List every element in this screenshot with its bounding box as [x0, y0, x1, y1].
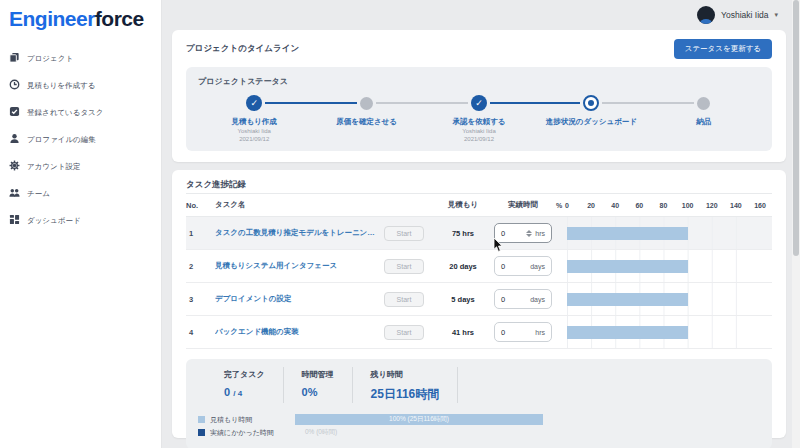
step-done-icon: ✓ — [246, 95, 262, 111]
col-name: タスク名 — [215, 200, 377, 210]
actual-days-input[interactable]: 0 days — [494, 289, 552, 309]
table-row: 4 バックエンド機能の実装 Start 41 hrs 0 hrs — [186, 316, 772, 349]
scrollbar-thumb[interactable] — [793, 0, 799, 256]
estimate-bar-label: 100% (25日116時間) — [389, 415, 449, 424]
sidebar-item-label: チーム — [27, 189, 50, 199]
step-label: 進捗状況のダッシュボード — [546, 117, 637, 127]
axis-unit: % — [556, 202, 562, 209]
row-number: 4 — [186, 328, 208, 337]
estimate-total-bar-track: 100% (25日116時間) — [295, 414, 543, 425]
task-name-link[interactable]: デプロイメントの設定 — [215, 294, 377, 304]
stat-label: 時間管理 — [302, 369, 334, 380]
step-assignee: Yoshiaki Iida — [237, 127, 270, 135]
axis-tick: 120 — [706, 202, 718, 209]
spinner-arrows[interactable] — [526, 230, 532, 237]
step-current-icon — [583, 95, 599, 111]
step-assignee: Yoshiaki Iida — [462, 127, 495, 135]
stat-time-management: 時間管理 0% — [284, 367, 353, 403]
step-pending-icon — [697, 97, 710, 110]
chevron-down-icon: ▾ — [774, 11, 778, 19]
sidebar-item-label: 登録されているタスク — [27, 108, 103, 118]
axis-tick: 60 — [635, 202, 643, 209]
actual-unit: days — [530, 296, 545, 303]
summary-panel: 完了タスク 0 / 4 時間管理 0% 残り時間 25日116時間 — [186, 359, 772, 448]
start-button[interactable]: Start — [384, 325, 424, 340]
table-row: 1 タスクの工数見積り推定モデルをトレーニングする Start 75 hrs 0… — [186, 217, 772, 250]
task-name-link[interactable]: 見積もりシステム用インタフェース — [215, 261, 377, 271]
logo-text-engineer: Engineer — [9, 7, 95, 30]
col-estimate: 見積もり — [439, 200, 487, 210]
table-header: No. タスク名 見積もり 実績時間 % 0 20 40 60 80 100 1… — [186, 193, 772, 217]
actual-unit: hrs — [535, 329, 545, 336]
actual-unit: hrs — [535, 230, 545, 237]
user-menu[interactable]: Yoshiaki Iida ▾ — [697, 6, 778, 24]
estimate-bar — [567, 227, 688, 240]
step-fix-cost: 原価を確定させる — [310, 94, 422, 143]
stat-label: 残り時間 — [371, 369, 440, 380]
start-button[interactable]: Start — [384, 259, 424, 274]
estimate-bar — [567, 293, 688, 306]
step-date: 2021/09/12 — [239, 135, 269, 143]
table-row: 3 デプロイメントの設定 Start 5 days 0 days — [186, 283, 772, 316]
task-table: No. タスク名 見積もり 実績時間 % 0 20 40 60 80 100 1… — [186, 193, 772, 448]
estimate-value: 41 hrs — [439, 328, 487, 337]
axis-tick: 160 — [754, 202, 766, 209]
actual-bar-label: 0% (0時間) — [305, 428, 337, 437]
step-estimate-created: ✓ 見積もり作成 Yoshiaki Iida 2021/09/12 — [198, 94, 310, 143]
actual-value: 0 — [501, 229, 523, 238]
sidebar-item-create-estimate[interactable]: 見積もりを作成する — [0, 72, 161, 99]
actual-hours-input[interactable]: 0 hrs — [494, 322, 552, 342]
task-name-link[interactable]: バックエンド機能の実装 — [215, 327, 377, 337]
dashboard-icon — [9, 214, 20, 227]
start-button[interactable]: Start — [384, 226, 424, 241]
step-pending-icon — [360, 97, 373, 110]
axis-tick: 0 — [565, 202, 569, 209]
stat-value: 25日116時間 — [371, 386, 440, 403]
estimate-bar — [567, 326, 688, 339]
user-name: Yoshiaki Iida — [721, 10, 768, 20]
sidebar-item-label: アカウント設定 — [27, 162, 80, 172]
estimate-legend-swatch — [198, 416, 205, 423]
legend-label: 見積もり時間 — [210, 415, 295, 425]
sidebar-item-dashboard[interactable]: ダッシュボード — [0, 207, 161, 234]
app-logo[interactable]: Engineerforce — [0, 0, 161, 45]
actual-hours-input[interactable]: 0 hrs — [494, 223, 552, 243]
estimate-value: 75 hrs — [439, 229, 487, 238]
sidebar-item-registered-tasks[interactable]: 登録されているタスク — [0, 99, 161, 126]
project-status-panel: プロジェクトステータス ✓ 見積もり作成 Yoshiaki Iida 2021/… — [186, 67, 772, 151]
step-label: 納品 — [696, 117, 711, 127]
table-row: 2 見積もりシステム用インタフェース Start 20 days 0 days — [186, 250, 772, 283]
task-progress-card: タスク進捗記録 No. タスク名 見積もり 実績時間 % 0 20 40 60 … — [172, 170, 786, 438]
row-number: 3 — [186, 295, 208, 304]
row-number: 2 — [186, 262, 208, 271]
step-done-icon: ✓ — [471, 95, 487, 111]
task-card-title: タスク進捗記録 — [186, 179, 246, 191]
task-name-link[interactable]: タスクの工数見積り推定モデルをトレーニングする — [215, 228, 377, 238]
legend-actual-time: 実績にかかった時間 0% (0時間) — [198, 426, 760, 439]
update-status-button[interactable]: ステータスを更新する — [674, 39, 772, 59]
step-label: 見積もり作成 — [232, 117, 277, 127]
sidebar-item-projects[interactable]: プロジェクト — [0, 45, 161, 72]
estimate-total-bar: 100% (25日116時間) — [295, 414, 543, 425]
stat-completed-tasks: 完了タスク 0 / 4 — [198, 367, 284, 403]
sidebar-item-account-settings[interactable]: アカウント設定 — [0, 153, 161, 180]
sidebar-item-label: プロジェクト — [27, 54, 73, 64]
create-estimate-icon — [9, 79, 20, 92]
team-icon — [9, 187, 20, 200]
legend-estimate-time: 見積もり時間 100% (25日116時間) — [198, 413, 760, 426]
progress-chart-cell — [559, 217, 772, 249]
actual-value: 0 — [501, 262, 527, 271]
actual-days-input[interactable]: 0 days — [494, 256, 552, 276]
sidebar-item-edit-profile[interactable]: プロファイルの編集 — [0, 126, 161, 153]
main-content: プロジェクトのタイムライン ステータスを更新する プロジェクトステータス ✓ 見… — [172, 0, 786, 438]
actual-value: 0 — [501, 295, 527, 304]
step-delivery: 納品 — [648, 94, 760, 143]
chart-axis: % 0 20 40 60 80 100 120 140 160 — [559, 194, 772, 216]
axis-tick: 40 — [611, 202, 619, 209]
actual-unit: days — [530, 263, 545, 270]
col-actual: 実績時間 — [494, 200, 552, 210]
start-button[interactable]: Start — [384, 292, 424, 307]
sidebar-item-team[interactable]: チーム — [0, 180, 161, 207]
avatar — [697, 6, 715, 24]
edit-profile-icon — [9, 133, 20, 146]
